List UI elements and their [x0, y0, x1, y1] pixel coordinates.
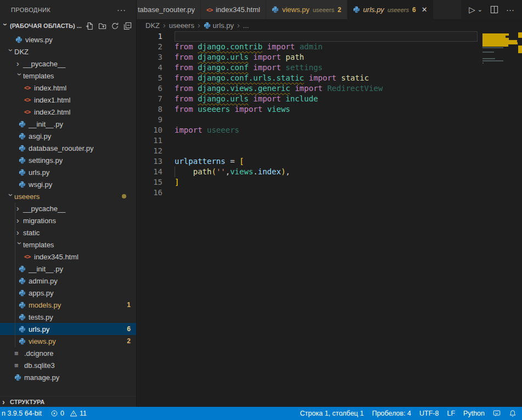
- tree-item-label: manage.py: [24, 373, 59, 382]
- tree-item-admin.py[interactable]: admin.py: [0, 275, 136, 287]
- chevron-right-icon: ›: [16, 229, 23, 236]
- tree-item-urls.py[interactable]: urls.py6: [0, 323, 136, 335]
- tree-item-manage.py[interactable]: manage.py: [0, 371, 136, 383]
- warning-count: 11: [80, 410, 87, 417]
- more-actions-icon[interactable]: ···: [506, 5, 514, 14]
- explorer-more-icon[interactable]: ···: [117, 5, 126, 14]
- explorer-title: ПРОВОДНИК: [11, 7, 50, 13]
- tree-item--init-.py[interactable]: __init__.py: [0, 263, 136, 275]
- tab-problems-badge: 2: [338, 6, 341, 14]
- close-icon[interactable]: ✕: [422, 5, 428, 14]
- split-editor-icon[interactable]: [490, 5, 498, 14]
- outline-section-header[interactable]: › СТРУКТУРА: [0, 396, 136, 407]
- run-dropdown[interactable]: ⌄: [478, 6, 482, 13]
- chevron-down-icon: ›: [16, 242, 24, 248]
- problems-status[interactable]: 011: [50, 410, 87, 417]
- tree-item-migrations[interactable]: ›migrations: [0, 214, 136, 226]
- chevron-right-icon: ›: [16, 217, 23, 224]
- breadcrumb-item-useeers[interactable]: useeers: [169, 21, 194, 30]
- indent-guide: [15, 275, 15, 287]
- tree-item-asgi.py[interactable]: asgi.py: [0, 130, 136, 142]
- code-line-3: 3from django.urls import path: [137, 52, 522, 63]
- tree-item-models.py[interactable]: models.py1: [0, 299, 136, 311]
- code-line-13: 13urlpatterns = [: [137, 156, 522, 167]
- line-number: 8: [137, 104, 162, 115]
- indentation-status[interactable]: Пробелов: 4: [372, 410, 411, 417]
- tab-label: tabase_roouter.py: [138, 5, 195, 14]
- overview-ruler[interactable]: [518, 31, 522, 407]
- collapse-all-icon[interactable]: [124, 22, 132, 30]
- line-number: 1: [137, 31, 162, 42]
- tab-urls.py[interactable]: urls.pyuseeers6✕: [347, 0, 434, 19]
- tree-item-index2.html[interactable]: <>index2.html: [0, 106, 136, 118]
- code-editor[interactable]: 12from django.contrib import admin3from …: [137, 31, 522, 407]
- tree-item--pycache-[interactable]: ›__pycache__: [0, 202, 136, 214]
- cursor-position-status[interactable]: Строка 1, столбец 1: [300, 410, 364, 417]
- workspace-section-header[interactable]: › (РАБОЧАЯ ОБЛАСТЬ) ...: [0, 19, 136, 32]
- bell-icon[interactable]: [509, 410, 517, 417]
- warning-mark: [518, 46, 522, 53]
- python-file-icon: [15, 36, 25, 43]
- minimap[interactable]: [481, 31, 518, 407]
- tree-item-settings.py[interactable]: settings.py: [0, 154, 136, 166]
- new-file-icon[interactable]: [86, 22, 94, 30]
- tree-item-templates[interactable]: ›templates: [0, 239, 136, 251]
- file-tree: views.py›DKZ›__pycache__›templates<>inde…: [0, 32, 136, 396]
- python-file-icon: [19, 133, 29, 140]
- html-file-icon: <>: [24, 84, 34, 91]
- code-line-content: path('',views.index),: [175, 167, 290, 177]
- encoding-status[interactable]: UTF-8: [419, 410, 439, 417]
- tree-item-urls.py[interactable]: urls.py: [0, 166, 136, 178]
- refresh-icon[interactable]: [111, 22, 119, 30]
- tree-item-useeers[interactable]: ›useeers: [0, 190, 136, 202]
- tab-index345.html[interactable]: <>index345.html: [201, 0, 266, 19]
- code-line-2: 2from django.contrib import admin: [137, 42, 522, 52]
- tree-item--pycache-[interactable]: ›__pycache__: [0, 58, 136, 70]
- tree-item-.dcignore[interactable]: ≡.dcignore: [0, 347, 136, 359]
- eol-status[interactable]: LF: [447, 410, 455, 417]
- explorer-toolbar: [86, 22, 132, 30]
- run-icon[interactable]: ▷: [469, 5, 475, 15]
- file-file-icon: ≡: [14, 349, 24, 357]
- tree-item-views.py[interactable]: views.py2: [0, 335, 136, 347]
- tree-item-db.sqlite3[interactable]: ≡db.sqlite3: [0, 359, 136, 371]
- tree-item-tests.py[interactable]: tests.py: [0, 311, 136, 323]
- feedback-icon[interactable]: [493, 410, 501, 417]
- tab-tabase-roouter.py[interactable]: tabase_roouter.py: [137, 0, 201, 19]
- python-interpreter-status[interactable]: n 3.9.5 64-bit: [2, 410, 42, 417]
- code-lines: 12from django.contrib import admin3from …: [137, 31, 522, 198]
- tree-item-label: index.html: [34, 84, 66, 92]
- code-line-16: 16: [137, 188, 522, 198]
- breadcrumb-item-urls.py[interactable]: urls.py: [204, 21, 234, 30]
- chevron-right-icon: ›: [2, 398, 9, 406]
- tree-item-label: templates: [23, 72, 54, 80]
- tree-item-wsgi.py[interactable]: wsgi.py: [0, 178, 136, 190]
- html-file-icon: <>: [24, 97, 34, 103]
- tree-item-label: urls.py: [29, 168, 49, 177]
- tree-item-static[interactable]: ›static: [0, 226, 136, 239]
- tab-views.py[interactable]: views.pyuseeers2: [266, 0, 347, 19]
- new-folder-icon[interactable]: [98, 22, 106, 30]
- chevron-down-icon: ›: [7, 194, 15, 200]
- tab-label: urls.py: [363, 5, 384, 14]
- tree-item-label: settings.py: [29, 156, 63, 164]
- tree-item-templates[interactable]: ›templates: [0, 70, 136, 82]
- code-line-content: from django.views.generic import Redirec…: [175, 83, 383, 94]
- tree-item-index1.html[interactable]: <>index1.html: [0, 94, 136, 106]
- tree-item-label: DKZ: [14, 48, 29, 56]
- breadcrumb-item-DKZ[interactable]: DKZ: [145, 21, 160, 30]
- breadcrumb-item-...[interactable]: ...: [243, 21, 249, 30]
- tree-item-DKZ[interactable]: ›DKZ: [0, 46, 136, 58]
- language-mode-status[interactable]: Python: [463, 410, 485, 417]
- indent-guide: [15, 251, 15, 263]
- tree-item-index345.html[interactable]: <>index345.html: [0, 251, 136, 263]
- tab-label: index345.html: [216, 5, 260, 14]
- tree-item-views.py[interactable]: views.py: [0, 33, 136, 46]
- tree-item-index.html[interactable]: <>index.html: [0, 82, 136, 94]
- tab-label: views.py: [282, 5, 310, 14]
- tree-item--init-.py[interactable]: __init__.py: [0, 118, 136, 130]
- chevron-down-icon: ›: [2, 23, 9, 30]
- tree-item-apps.py[interactable]: apps.py: [0, 287, 136, 299]
- outline-label: СТРУКТУРА: [10, 399, 44, 405]
- tree-item-database-roouter.py[interactable]: database_roouter.py: [0, 142, 136, 154]
